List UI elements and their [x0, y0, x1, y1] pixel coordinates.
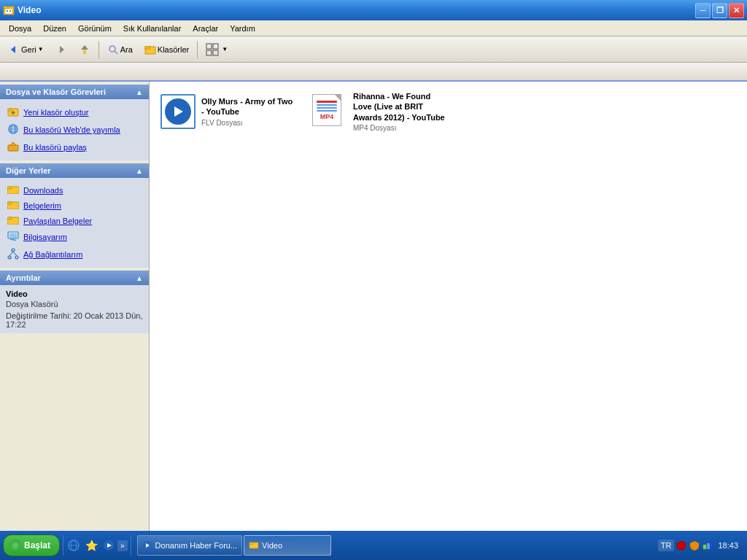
quick-launch-more[interactable]: »: [117, 540, 128, 551]
svg-rect-53: [711, 542, 712, 549]
taskbar-item-video[interactable]: Video: [244, 535, 331, 556]
publish-web-link[interactable]: Bu klasörü Web'de yayımla: [6, 121, 143, 139]
svg-rect-51: [703, 545, 706, 549]
globe-icon: [7, 123, 19, 136]
quick-ie-icon[interactable]: [66, 538, 81, 553]
other-places-section: Diğer Yerler ▲ Downloads: [0, 163, 149, 268]
separator-2: [197, 41, 198, 58]
tray-language[interactable]: TR: [658, 540, 675, 551]
quick-star-icon[interactable]: ⭐: [84, 538, 98, 553]
menu-edit[interactable]: Düzen: [37, 23, 72, 34]
shared-docs-folder-icon: [7, 215, 19, 226]
folders-button[interactable]: Klasörler: [139, 39, 194, 60]
view-button[interactable]: ▼: [201, 39, 233, 60]
svg-point-9: [109, 46, 115, 52]
file-item-mp4[interactable]: MP4 Rihanna - We Found Love (Live at BRI…: [307, 88, 453, 136]
taskbar-items: Donanım Haber Foru... Video: [134, 535, 654, 556]
taskbar-sep-2: [131, 535, 131, 556]
quick-media-icon[interactable]: [101, 538, 116, 553]
address-bar: [0, 63, 747, 82]
svg-rect-15: [206, 50, 212, 55]
shared-docs-link[interactable]: Paylaşılan Belgeler: [6, 213, 143, 228]
tray-network-icon[interactable]: [702, 540, 713, 551]
menu-favorites[interactable]: Sık Kullanılanlar: [117, 23, 187, 34]
svg-point-38: [8, 256, 11, 259]
taskbar-sep-1: [63, 535, 63, 556]
downloads-link[interactable]: Downloads: [6, 182, 143, 198]
other-places-header[interactable]: Diğer Yerler ▲: [0, 163, 149, 178]
window-title: Video: [18, 5, 695, 15]
share-folder-link[interactable]: Bu klasörü paylaş: [6, 139, 143, 156]
svg-marker-7: [81, 45, 88, 50]
menu-help[interactable]: Yardım: [224, 23, 261, 34]
svg-marker-5: [11, 46, 15, 53]
tray-shield-icon[interactable]: [676, 540, 687, 551]
new-folder-link[interactable]: Yeni klasör oluştur: [6, 104, 143, 121]
other-places-collapse-btn[interactable]: ▲: [136, 167, 143, 175]
svg-rect-13: [206, 44, 212, 49]
toolbar: Geri ▼ Ara Klasörler: [0, 36, 747, 63]
quick-launch: ⭐: [66, 538, 116, 553]
close-button[interactable]: ✕: [729, 3, 744, 18]
task-section-header[interactable]: Dosya ve Klasör Görevleri ▲: [0, 85, 149, 99]
menu-file[interactable]: Dosya: [3, 23, 37, 34]
sidebar: Dosya ve Klasör Görevleri ▲ Yeni klasör …: [0, 82, 150, 531]
forward-button[interactable]: [50, 39, 72, 60]
details-collapse-btn[interactable]: ▲: [136, 274, 143, 282]
back-arrow: ▼: [38, 46, 44, 52]
tray-time: 18:43: [715, 541, 741, 550]
mp4-file-name: Rihanna - We Found Love (Live at BRIT Aw…: [353, 91, 448, 122]
restore-button[interactable]: ❐: [712, 3, 727, 18]
svg-rect-16: [213, 50, 218, 55]
minimize-button[interactable]: ─: [695, 3, 711, 18]
svg-rect-14: [213, 44, 218, 49]
svg-rect-12: [145, 47, 150, 49]
main-layout: Dosya ve Klasör Görevleri ▲ Yeni klasör …: [0, 82, 747, 531]
svg-rect-28: [7, 187, 12, 189]
svg-marker-6: [60, 46, 64, 53]
my-docs-folder-icon: [7, 200, 19, 211]
search-button[interactable]: Ara: [102, 39, 138, 60]
menu-tools[interactable]: Araçlar: [187, 23, 224, 34]
svg-rect-34: [9, 233, 17, 238]
start-orb-icon: [9, 540, 21, 551]
menu-bar: Dosya Düzen Görünüm Sık Kullanılanlar Ar…: [0, 20, 747, 36]
back-button[interactable]: Geri ▼: [3, 39, 49, 60]
mp4-file-info: Rihanna - We Found Love (Live at BRIT Aw…: [353, 91, 448, 132]
new-folder-icon: [7, 106, 19, 119]
network-connections-link[interactable]: Ağ Bağlantılarım: [6, 246, 143, 263]
system-tray: TR 18:43: [655, 540, 744, 551]
title-bar: Video ─ ❐ ✕: [0, 0, 747, 20]
svg-rect-2: [5, 9, 12, 14]
task-collapse-btn[interactable]: ▲: [136, 88, 143, 96]
mp4-file-type: MP4 Dosyası: [353, 124, 448, 132]
svg-rect-1: [4, 7, 8, 9]
file-area: Olly Murs - Army of Two - YouTube FLV Do…: [150, 82, 747, 531]
my-computer-link[interactable]: Bilgisayarım: [6, 228, 143, 246]
my-computer-icon: [7, 230, 19, 244]
share-icon: [7, 141, 19, 154]
svg-line-40: [9, 252, 13, 256]
svg-rect-26: [8, 145, 18, 151]
svg-rect-32: [7, 217, 12, 219]
up-button[interactable]: [74, 39, 96, 60]
other-places-body: Downloads Belgelerim: [0, 178, 149, 268]
my-docs-link[interactable]: Belgelerim: [6, 198, 143, 213]
menu-view[interactable]: Görünüm: [72, 23, 117, 34]
view-arrow: ▼: [222, 46, 228, 52]
taskbar-item-forum[interactable]: Donanım Haber Foru...: [137, 535, 243, 556]
svg-point-39: [15, 256, 18, 259]
svg-rect-4: [9, 10, 11, 12]
details-header[interactable]: Ayrıntılar ▲: [0, 271, 149, 285]
flv-file-icon: [160, 94, 196, 129]
file-item-flv[interactable]: Olly Murs - Army of Two - YouTube FLV Do…: [155, 88, 301, 136]
start-button[interactable]: Başlat: [3, 534, 60, 556]
task-section-body: Yeni klasör oluştur Bu klasörü Web'de ya…: [0, 99, 149, 160]
details-folder-name: Video: [6, 289, 143, 298]
tray-security-icon[interactable]: [689, 540, 700, 551]
taskbar: Başlat ⭐ » Donanım Haber Foru...: [0, 531, 747, 560]
mp4-file-icon: MP4: [312, 94, 347, 129]
task-section: Dosya ve Klasör Görevleri ▲ Yeni klasör …: [0, 85, 149, 160]
svg-rect-8: [83, 50, 86, 54]
details-body: Video Dosya Klasörü Değiştirilme Tarihi:…: [0, 285, 149, 333]
